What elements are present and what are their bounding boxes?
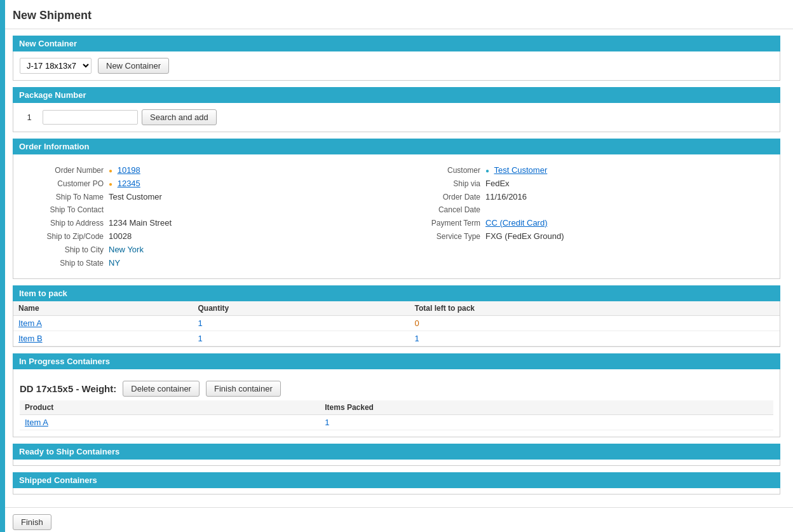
- payment-term-row: Payment Term CC (Credit Card): [403, 216, 767, 229]
- ship-to-zip-row: Ship to Zip/Code 10028: [26, 229, 390, 243]
- customer-po-label: Customer PO: [26, 179, 109, 188]
- delete-container-button[interactable]: Delete container: [123, 381, 200, 397]
- ship-to-name-row: Ship To Name Test Customer: [26, 190, 390, 203]
- col-name: Name: [13, 301, 193, 316]
- ship-to-address-row: Ship to Address 1234 Main Street: [26, 216, 390, 229]
- items-table-header-row: Name Quantity Total left to pack: [13, 301, 780, 316]
- items-to-pack-header: Item to pack: [13, 285, 780, 301]
- ship-via-row: Ship via FedEx: [403, 177, 767, 190]
- service-type-row: Service Type FXG (FedEx Ground): [403, 229, 767, 243]
- in-progress-section: In Progress Containers DD 17x15x5 - Weig…: [13, 353, 780, 437]
- package-number-section: Package Number 1 Search and add: [13, 87, 780, 132]
- package-input[interactable]: [43, 110, 138, 125]
- order-date-value: 11/16/2016: [485, 192, 527, 201]
- ready-to-ship-body: [13, 460, 780, 466]
- ship-via-label: Ship via: [403, 179, 485, 188]
- cancel-date-label: Cancel Date: [403, 205, 485, 214]
- left-accent-bar: [0, 0, 5, 532]
- ship-to-zip-label: Ship to Zip/Code: [26, 232, 109, 241]
- col-quantity: Quantity: [193, 301, 410, 316]
- page-title: New Shipment: [0, 0, 793, 29]
- ship-to-zip-value: 10028: [109, 231, 132, 241]
- ship-to-name-value: Test Customer: [109, 192, 162, 201]
- ship-to-address-value: 1234 Main Street: [109, 218, 172, 228]
- col-product: Product: [20, 400, 320, 415]
- item-a-quantity: 1: [193, 316, 410, 331]
- packed-item-a-count: 1: [320, 415, 773, 430]
- package-row: 1 Search and add: [20, 109, 773, 125]
- ship-to-city-value: New York: [109, 245, 144, 254]
- item-b-name[interactable]: Item B: [13, 331, 193, 346]
- order-info-header: Order Information: [13, 139, 780, 154]
- ship-to-city-label: Ship to City: [26, 245, 109, 254]
- items-table: Name Quantity Total left to pack Item A …: [13, 301, 780, 346]
- customer-value: Test Customer: [485, 165, 547, 175]
- packed-item-a-name[interactable]: Item A: [20, 415, 320, 430]
- order-info-grid: Order Number 10198 Customer PO 12345: [20, 161, 773, 272]
- ship-to-contact-label: Ship To Contact: [26, 205, 109, 214]
- container-title-row: DD 17x15x5 - Weight: Delete container Fi…: [20, 376, 773, 400]
- order-number-value: 10198: [109, 165, 140, 175]
- col-total-left: Total left to pack: [410, 301, 780, 316]
- table-row: Item A 1: [20, 415, 773, 430]
- ready-to-ship-header: Ready to Ship Containers: [13, 444, 780, 460]
- in-progress-body: DD 17x15x5 - Weight: Delete container Fi…: [13, 369, 780, 437]
- order-date-row: Order Date 11/16/2016: [403, 190, 767, 203]
- order-number-label: Order Number: [26, 166, 109, 175]
- in-progress-header: In Progress Containers: [13, 353, 780, 369]
- order-number-link[interactable]: 10198: [118, 165, 140, 175]
- new-container-header: New Container: [13, 36, 780, 51]
- footer-bar: Finish: [0, 507, 793, 532]
- finish-button[interactable]: Finish: [13, 514, 51, 530]
- items-to-pack-body: Name Quantity Total left to pack Item A …: [13, 301, 780, 347]
- item-b-total-left: 1: [410, 331, 780, 346]
- table-row: Item A 1 0: [13, 316, 780, 331]
- customer-po-row: Customer PO 12345: [26, 177, 390, 190]
- new-container-section: New Container J-17 18x13x7 DD 17x15x5 Ne…: [13, 36, 780, 81]
- in-progress-table: Product Items Packed Item A 1: [20, 400, 773, 430]
- cancel-date-row: Cancel Date: [403, 203, 767, 216]
- item-b-quantity: 1: [193, 331, 410, 346]
- shipped-containers-section: Shipped Containers: [13, 472, 780, 494]
- new-container-button[interactable]: New Container: [98, 58, 169, 74]
- order-info-left: Order Number 10198 Customer PO 12345: [20, 161, 396, 272]
- finish-container-button[interactable]: Finish container: [206, 381, 281, 397]
- service-type-label: Service Type: [403, 232, 485, 241]
- col-items-packed: Items Packed: [320, 400, 773, 415]
- item-a-name[interactable]: Item A: [13, 316, 193, 331]
- ship-to-name-label: Ship To Name: [26, 193, 109, 201]
- payment-term-label: Payment Term: [403, 219, 485, 228]
- item-a-total-left: 0: [410, 316, 780, 331]
- ship-to-state-label: Ship to State: [26, 259, 109, 268]
- in-progress-header-row: Product Items Packed: [20, 400, 773, 415]
- order-info-right: Customer Test Customer Ship via FedEx Or…: [396, 161, 773, 272]
- new-container-body: J-17 18x13x7 DD 17x15x5 New Container: [13, 51, 780, 81]
- ship-to-address-label: Ship to Address: [26, 219, 109, 228]
- customer-po-link[interactable]: 12345: [118, 179, 140, 188]
- package-number-header: Package Number: [13, 87, 780, 103]
- customer-link[interactable]: Test Customer: [494, 165, 547, 175]
- ready-to-ship-section: Ready to Ship Containers: [13, 444, 780, 466]
- order-info-section: Order Information Order Number 10198 Cus…: [13, 139, 780, 279]
- ship-via-value: FedEx: [485, 179, 510, 188]
- customer-po-value: 12345: [109, 179, 140, 188]
- order-number-row: Order Number 10198: [26, 163, 390, 177]
- ship-to-state-value: NY: [109, 258, 120, 268]
- package-number-body: 1 Search and add: [13, 103, 780, 132]
- items-to-pack-section: Item to pack Name Quantity Total left to…: [13, 285, 780, 347]
- table-row: Item B 1 1: [13, 331, 780, 346]
- package-number-display: 1: [20, 113, 39, 122]
- shipped-containers-body: [13, 488, 780, 494]
- shipped-containers-header: Shipped Containers: [13, 472, 780, 488]
- container-label: DD 17x15x5 - Weight:: [20, 383, 116, 394]
- customer-label: Customer: [403, 166, 485, 175]
- ship-to-city-row: Ship to City New York: [26, 243, 390, 256]
- service-type-value: FXG (FedEx Ground): [485, 231, 564, 241]
- ship-to-contact-row: Ship To Contact: [26, 203, 390, 216]
- search-and-add-button[interactable]: Search and add: [142, 109, 217, 125]
- order-info-body: Order Number 10198 Customer PO 12345: [13, 154, 780, 279]
- ship-to-state-row: Ship to State NY: [26, 256, 390, 269]
- payment-term-value[interactable]: CC (Credit Card): [485, 218, 548, 228]
- container-type-select[interactable]: J-17 18x13x7 DD 17x15x5: [20, 58, 92, 74]
- customer-row: Customer Test Customer: [403, 163, 767, 177]
